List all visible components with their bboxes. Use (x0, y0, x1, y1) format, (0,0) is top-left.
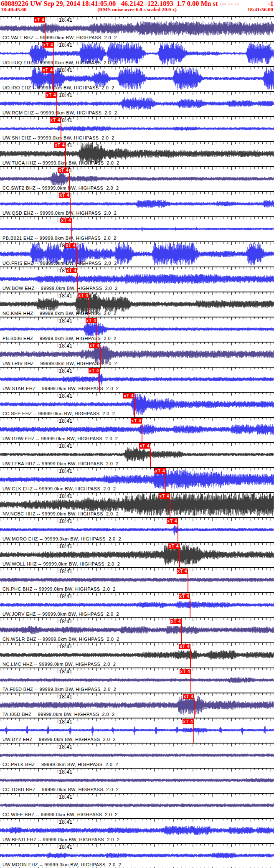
pick-flag[interactable]: xT 4 (54, 142, 66, 148)
trace-row-ta-f05d[interactable]: 18:41 TA.F05D BHZ -- 99999.0km BW, HIGHP… (0, 667, 274, 693)
trace-row-uw-bend[interactable]: 18:41 UW.BEND EHZ -- 99999.0km BW, HIGHP… (0, 818, 274, 843)
pick-flag[interactable]: xT 4 (139, 443, 150, 449)
pick-flag[interactable]: xT 4 (159, 493, 170, 499)
pick-flag[interactable]: xT 4 (78, 293, 89, 298)
pick-time-line[interactable] (99, 373, 100, 392)
pick-flag[interactable]: xT 4 (65, 243, 76, 248)
pick-flag[interactable]: xT 4 (61, 218, 72, 223)
minute-tick-label: 18:41 (59, 594, 73, 599)
pick-time-line[interactable] (190, 599, 190, 617)
pick-time-line[interactable] (76, 248, 77, 266)
pick-flag[interactable]: xT 4 (180, 669, 191, 674)
trace-row-nv-ncbc[interactable]: 18:41 NV.NCBC HHZ -- 99999.0km BW, HIGHP… (0, 492, 274, 517)
trace-row-uo-fris[interactable]: 18:41 UO.FRIS EHZ -- 99999.0km BW, HIGHP… (0, 241, 274, 266)
trace-row-uw-star[interactable]: 18:41 UW.STAR EHZ -- 99999.0km BW, HIGHP… (0, 367, 274, 392)
pick-time-line[interactable] (194, 699, 195, 718)
pick-flag[interactable]: xT 4 (89, 368, 100, 373)
trace-row-uw-dy2[interactable]: 18:41 UW.DY2 EHZ -- 99999.0km BW, HIGHPA… (0, 718, 274, 743)
station-label: UW.QSD EHZ -- 99999.0km BW, HIGHPASS 2.0… (3, 211, 117, 216)
trace-row-cc-wife[interactable]: 18:41 CC.WIFE BHZ -- 99999.0km BW, HIGHP… (0, 793, 274, 818)
trace-row-uw-woll[interactable]: 18:41 UW.WOLL HHZ -- 99999.0km BW, HIGHP… (0, 542, 274, 567)
trace-row-uo-huq[interactable]: 18:41 UO.HUQ EHZ -- 99999.0km BW, HIGHPA… (0, 41, 274, 66)
trace-row-pb-b021[interactable]: 18:41 PB.B021 EHZ -- 99999.0km BW, HIGHP… (0, 216, 274, 241)
trace-row-pb-b006[interactable]: 18:41 PB.B006 EHZ -- 99999.0km BW, HIGHP… (0, 317, 274, 342)
pick-time-line[interactable] (69, 173, 70, 191)
pick-time-line[interactable] (134, 398, 135, 417)
trace-row-uw-moon[interactable]: 18:41 UW.MOON EHZ -- 99999.0km BW, HIGHP… (0, 843, 274, 868)
trace-row-uw-jorv[interactable]: 18:41 UW.JORV EHZ -- 99999.0km BW, HIGHP… (0, 592, 274, 617)
trace-row-uw-qsd[interactable]: 18:41 UW.QSD EHZ -- 99999.0km BW, HIGHPA… (0, 191, 274, 216)
pick-flag[interactable]: xT 4 (58, 168, 69, 173)
trace-row-cc-tobu[interactable]: 18:41 CC.TOBU BHZ -- 99999.0km BW, HIGHP… (0, 768, 274, 793)
trace-row-cn-phc[interactable]: 18:41 CN.PHC BHZ -- 99999.0km BW, HIGHPA… (0, 567, 274, 592)
pick-flag[interactable]: xT 4 (131, 418, 142, 424)
station-label: NC.KMR HHZ -- 99999.0km BW, HIGHPASS 2.0… (3, 311, 117, 316)
pick-time-line[interactable] (190, 649, 191, 667)
pick-flag[interactable]: xT 4 (167, 518, 178, 524)
trace-row-uw-lriv[interactable]: 18:41 UW.LRIV BHZ -- 99999.0km BW, HIGHP… (0, 342, 274, 367)
trace-row-nc-lmc[interactable]: 18:41 NC.LMC HHZ -- 99999.0km BW, HIGHPA… (0, 642, 274, 667)
pick-flag[interactable]: xT 4 (89, 343, 100, 348)
pick-flag[interactable]: xT 4 (59, 193, 70, 198)
station-label: UW.DY2 EHZ -- 99999.0km BW, HIGHPASS 2.0… (3, 737, 116, 742)
pick-flag[interactable]: xT 4 (123, 393, 134, 398)
trace-row-uw-sni[interactable]: 18:41 UW.SNI EHZ -- 99999.0km BW, HIGHPA… (0, 116, 274, 141)
pick-flag[interactable]: xT 4 (43, 42, 54, 48)
pick-time-line[interactable] (53, 48, 54, 66)
trace-row-cc-sep[interactable]: 18:41 CC.SEP EHZ -- 99999.0km BW, HIGHPA… (0, 392, 274, 417)
pick-flag[interactable]: xT 4 (42, 67, 53, 73)
pick-time-line[interactable] (53, 73, 54, 91)
pick-flag[interactable]: xT 4 (177, 569, 188, 574)
pick-time-line[interactable] (170, 499, 170, 517)
trace-row-uw-bow[interactable]: 18:41 UW.BOW EHZ -- 99999.0km BW, HIGHPA… (0, 266, 274, 292)
pick-time-line[interactable] (100, 348, 101, 367)
pick-flag[interactable]: xT 4 (46, 92, 57, 98)
pick-time-line[interactable] (89, 298, 89, 317)
pick-flag[interactable]: xT 4 (155, 468, 166, 474)
pick-time-line[interactable] (142, 424, 142, 442)
pick-time-line[interactable] (150, 449, 151, 467)
station-label: CC.SEP EHZ -- 99999.0km BW, HIGHPASS 2.0… (3, 411, 115, 416)
pick-flag[interactable]: xT 4 (179, 644, 190, 649)
pick-time-line[interactable] (190, 674, 191, 693)
pick-flag[interactable]: xT 4 (50, 117, 61, 123)
pick-time-line[interactable] (188, 574, 188, 592)
pick-time-line[interactable] (77, 273, 78, 292)
pick-flag[interactable]: xT 4 (183, 719, 194, 724)
trace-row-uw-rcm[interactable]: 18:41 UW.RCM EHZ -- 99999.0km BW, HIGHPA… (0, 91, 274, 116)
pick-time-line[interactable] (178, 524, 178, 542)
pick-time-line[interactable] (181, 624, 182, 642)
trace-row-uw-glk[interactable]: 18:41 UW.GLK EHZ -- 99999.0km BW, HIGHPA… (0, 467, 274, 492)
pick-flag[interactable]: xT 4 (168, 543, 180, 549)
minute-tick-label: 18:41 (59, 293, 73, 299)
pick-time-line[interactable] (70, 198, 71, 216)
pick-time-line[interactable] (65, 148, 66, 166)
pick-time-line[interactable] (165, 474, 166, 492)
trace-row-ta-i05d[interactable]: 18:41 TA.I05D BHZ -- 99999.0km BW, HIGHP… (0, 693, 274, 718)
pick-flag[interactable]: xT 4 (170, 619, 182, 624)
pick-time-line[interactable] (45, 23, 46, 41)
trace-row-cc-prlk[interactable]: 18:41 CC.PRLK BHZ -- 99999.0km BW, HIGHP… (0, 743, 274, 768)
pick-flag[interactable]: xT 4 (183, 694, 194, 699)
pick-time-line[interactable] (61, 123, 61, 141)
pick-flag[interactable]: xT 4 (34, 17, 45, 23)
pick-flag[interactable]: xT 4 (66, 268, 77, 273)
trace-row-cn-wslr[interactable]: 18:41 CN.WSLR BHZ -- 99999.0km BW, HIGHP… (0, 617, 274, 642)
event-header: 60889226 UW Sep 29, 2014 18:41:05.00 46.… (0, 0, 274, 16)
trace-row-nc-kmr[interactable]: 18:41 NC.KMR HHZ -- 99999.0km BW, HIGHPA… (0, 292, 274, 317)
minute-tick-label: 18:41 (59, 694, 73, 700)
trace-row-uw-ghw[interactable]: 18:41 UW.GHW EHZ -- 99999.0km BW, HIGHPA… (0, 417, 274, 442)
trace-row-uo-iro[interactable]: 18:41 UO.IRO EHZ -- 99999.0km BW, HIGHPA… (0, 66, 274, 91)
trace-row-uw-leba[interactable]: 18:41 UW.LEBA HHZ -- 99999.0km BW, HIGHP… (0, 442, 274, 467)
pick-time-line[interactable] (96, 323, 97, 342)
trace-row-uw-moro[interactable]: 18:41 UW.MORO EHZ -- 99999.0km BW, HIGHP… (0, 517, 274, 542)
pick-time-line[interactable] (193, 724, 194, 743)
trace-row-cc-swf2[interactable]: 18:41 CC.SWF2 BHZ -- 99999.0km BW, HIGHP… (0, 166, 274, 191)
trace-row-cc-valt[interactable]: 18:41 CC.VALT BHZ -- 99999.0km BW, HIGHP… (0, 16, 274, 41)
pick-time-line[interactable] (56, 98, 57, 116)
pick-flag[interactable]: xT 4 (86, 318, 97, 323)
pick-flag[interactable]: xT 4 (179, 594, 190, 599)
pick-time-line[interactable] (179, 549, 180, 567)
pick-time-line[interactable] (71, 223, 72, 241)
trace-row-uw-tuca[interactable]: 18:41 UW.TUCA HHZ -- 99999.0km BW, HIGHP… (0, 141, 274, 166)
